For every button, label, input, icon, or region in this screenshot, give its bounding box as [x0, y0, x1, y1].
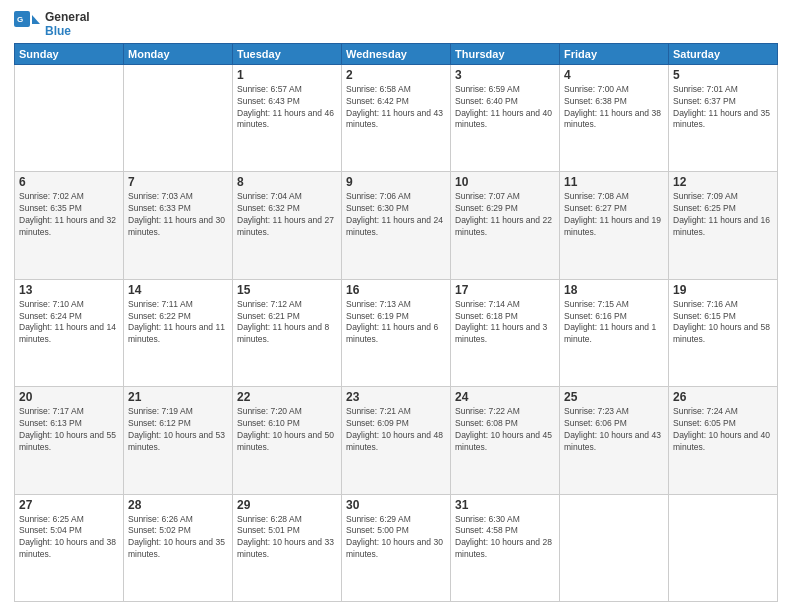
day-info: Sunrise: 7:14 AM Sunset: 6:18 PM Dayligh… [455, 299, 555, 347]
day-number: 16 [346, 283, 446, 297]
calendar-cell: 12Sunrise: 7:09 AM Sunset: 6:25 PM Dayli… [669, 172, 778, 279]
calendar-cell: 30Sunrise: 6:29 AM Sunset: 5:00 PM Dayli… [342, 494, 451, 601]
calendar-week-5: 27Sunrise: 6:25 AM Sunset: 5:04 PM Dayli… [15, 494, 778, 601]
calendar-cell: 17Sunrise: 7:14 AM Sunset: 6:18 PM Dayli… [451, 279, 560, 386]
day-number: 29 [237, 498, 337, 512]
day-info: Sunrise: 7:23 AM Sunset: 6:06 PM Dayligh… [564, 406, 664, 454]
calendar-header-wednesday: Wednesday [342, 43, 451, 64]
calendar-cell: 7Sunrise: 7:03 AM Sunset: 6:33 PM Daylig… [124, 172, 233, 279]
day-number: 24 [455, 390, 555, 404]
logo: G General Blue [14, 10, 90, 39]
day-number: 10 [455, 175, 555, 189]
calendar-cell: 10Sunrise: 7:07 AM Sunset: 6:29 PM Dayli… [451, 172, 560, 279]
calendar-cell: 20Sunrise: 7:17 AM Sunset: 6:13 PM Dayli… [15, 387, 124, 494]
calendar-cell: 18Sunrise: 7:15 AM Sunset: 6:16 PM Dayli… [560, 279, 669, 386]
day-info: Sunrise: 7:02 AM Sunset: 6:35 PM Dayligh… [19, 191, 119, 239]
calendar-cell: 23Sunrise: 7:21 AM Sunset: 6:09 PM Dayli… [342, 387, 451, 494]
day-info: Sunrise: 6:57 AM Sunset: 6:43 PM Dayligh… [237, 84, 337, 132]
svg-text:G: G [17, 15, 23, 24]
day-info: Sunrise: 7:01 AM Sunset: 6:37 PM Dayligh… [673, 84, 773, 132]
calendar-cell: 6Sunrise: 7:02 AM Sunset: 6:35 PM Daylig… [15, 172, 124, 279]
calendar-cell: 16Sunrise: 7:13 AM Sunset: 6:19 PM Dayli… [342, 279, 451, 386]
day-number: 31 [455, 498, 555, 512]
day-number: 3 [455, 68, 555, 82]
calendar-cell: 15Sunrise: 7:12 AM Sunset: 6:21 PM Dayli… [233, 279, 342, 386]
logo-line1: General [45, 10, 90, 24]
svg-marker-2 [32, 15, 40, 24]
header: G General Blue [14, 10, 778, 39]
day-number: 9 [346, 175, 446, 189]
calendar-week-3: 13Sunrise: 7:10 AM Sunset: 6:24 PM Dayli… [15, 279, 778, 386]
day-number: 11 [564, 175, 664, 189]
day-info: Sunrise: 7:20 AM Sunset: 6:10 PM Dayligh… [237, 406, 337, 454]
day-info: Sunrise: 7:13 AM Sunset: 6:19 PM Dayligh… [346, 299, 446, 347]
calendar-week-1: 1Sunrise: 6:57 AM Sunset: 6:43 PM Daylig… [15, 64, 778, 171]
day-info: Sunrise: 7:00 AM Sunset: 6:38 PM Dayligh… [564, 84, 664, 132]
day-info: Sunrise: 6:25 AM Sunset: 5:04 PM Dayligh… [19, 514, 119, 562]
day-number: 21 [128, 390, 228, 404]
calendar-cell: 1Sunrise: 6:57 AM Sunset: 6:43 PM Daylig… [233, 64, 342, 171]
day-info: Sunrise: 6:59 AM Sunset: 6:40 PM Dayligh… [455, 84, 555, 132]
calendar-header-sunday: Sunday [15, 43, 124, 64]
logo-svg: G [14, 11, 40, 37]
day-info: Sunrise: 7:16 AM Sunset: 6:15 PM Dayligh… [673, 299, 773, 347]
calendar-header-monday: Monday [124, 43, 233, 64]
day-number: 15 [237, 283, 337, 297]
day-info: Sunrise: 7:03 AM Sunset: 6:33 PM Dayligh… [128, 191, 228, 239]
day-number: 14 [128, 283, 228, 297]
day-info: Sunrise: 7:22 AM Sunset: 6:08 PM Dayligh… [455, 406, 555, 454]
day-info: Sunrise: 7:08 AM Sunset: 6:27 PM Dayligh… [564, 191, 664, 239]
calendar-cell: 4Sunrise: 7:00 AM Sunset: 6:38 PM Daylig… [560, 64, 669, 171]
calendar-header-tuesday: Tuesday [233, 43, 342, 64]
calendar-cell [560, 494, 669, 601]
day-number: 19 [673, 283, 773, 297]
day-info: Sunrise: 6:58 AM Sunset: 6:42 PM Dayligh… [346, 84, 446, 132]
logo-line2: Blue [45, 24, 90, 38]
day-info: Sunrise: 7:17 AM Sunset: 6:13 PM Dayligh… [19, 406, 119, 454]
day-number: 18 [564, 283, 664, 297]
day-info: Sunrise: 6:26 AM Sunset: 5:02 PM Dayligh… [128, 514, 228, 562]
calendar-header-row: SundayMondayTuesdayWednesdayThursdayFrid… [15, 43, 778, 64]
calendar-cell: 21Sunrise: 7:19 AM Sunset: 6:12 PM Dayli… [124, 387, 233, 494]
calendar-cell [15, 64, 124, 171]
day-info: Sunrise: 7:15 AM Sunset: 6:16 PM Dayligh… [564, 299, 664, 347]
calendar-cell: 27Sunrise: 6:25 AM Sunset: 5:04 PM Dayli… [15, 494, 124, 601]
calendar-cell: 8Sunrise: 7:04 AM Sunset: 6:32 PM Daylig… [233, 172, 342, 279]
calendar-cell: 25Sunrise: 7:23 AM Sunset: 6:06 PM Dayli… [560, 387, 669, 494]
day-number: 20 [19, 390, 119, 404]
calendar-cell: 31Sunrise: 6:30 AM Sunset: 4:58 PM Dayli… [451, 494, 560, 601]
day-info: Sunrise: 7:07 AM Sunset: 6:29 PM Dayligh… [455, 191, 555, 239]
calendar-cell: 24Sunrise: 7:22 AM Sunset: 6:08 PM Dayli… [451, 387, 560, 494]
calendar-header-saturday: Saturday [669, 43, 778, 64]
day-info: Sunrise: 6:29 AM Sunset: 5:00 PM Dayligh… [346, 514, 446, 562]
calendar-header-thursday: Thursday [451, 43, 560, 64]
day-number: 6 [19, 175, 119, 189]
day-info: Sunrise: 7:11 AM Sunset: 6:22 PM Dayligh… [128, 299, 228, 347]
day-number: 28 [128, 498, 228, 512]
calendar-cell: 11Sunrise: 7:08 AM Sunset: 6:27 PM Dayli… [560, 172, 669, 279]
calendar-cell: 5Sunrise: 7:01 AM Sunset: 6:37 PM Daylig… [669, 64, 778, 171]
day-info: Sunrise: 7:12 AM Sunset: 6:21 PM Dayligh… [237, 299, 337, 347]
calendar-cell: 29Sunrise: 6:28 AM Sunset: 5:01 PM Dayli… [233, 494, 342, 601]
day-number: 12 [673, 175, 773, 189]
day-number: 17 [455, 283, 555, 297]
calendar-cell: 14Sunrise: 7:11 AM Sunset: 6:22 PM Dayli… [124, 279, 233, 386]
day-info: Sunrise: 7:04 AM Sunset: 6:32 PM Dayligh… [237, 191, 337, 239]
calendar-cell: 9Sunrise: 7:06 AM Sunset: 6:30 PM Daylig… [342, 172, 451, 279]
calendar-header-friday: Friday [560, 43, 669, 64]
day-number: 26 [673, 390, 773, 404]
page: G General Blue SundayMondayTuesdayWednes… [0, 0, 792, 612]
day-number: 2 [346, 68, 446, 82]
day-info: Sunrise: 7:21 AM Sunset: 6:09 PM Dayligh… [346, 406, 446, 454]
day-info: Sunrise: 7:19 AM Sunset: 6:12 PM Dayligh… [128, 406, 228, 454]
day-info: Sunrise: 7:06 AM Sunset: 6:30 PM Dayligh… [346, 191, 446, 239]
day-info: Sunrise: 7:09 AM Sunset: 6:25 PM Dayligh… [673, 191, 773, 239]
calendar-cell: 19Sunrise: 7:16 AM Sunset: 6:15 PM Dayli… [669, 279, 778, 386]
calendar-cell [669, 494, 778, 601]
day-number: 23 [346, 390, 446, 404]
day-info: Sunrise: 6:28 AM Sunset: 5:01 PM Dayligh… [237, 514, 337, 562]
calendar-cell: 22Sunrise: 7:20 AM Sunset: 6:10 PM Dayli… [233, 387, 342, 494]
day-number: 27 [19, 498, 119, 512]
calendar-cell: 13Sunrise: 7:10 AM Sunset: 6:24 PM Dayli… [15, 279, 124, 386]
day-number: 1 [237, 68, 337, 82]
